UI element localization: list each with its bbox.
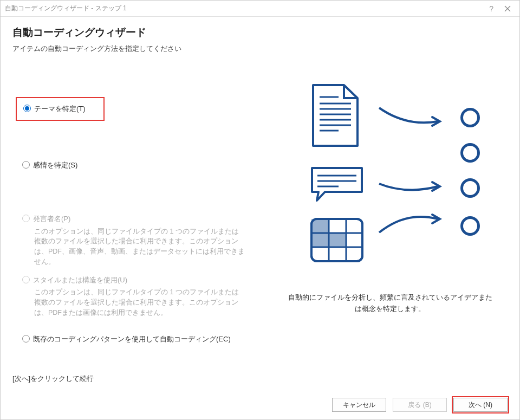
radio-icon [22, 215, 30, 222]
help-icon[interactable]: ? [489, 4, 493, 13]
button-bar: キャンセル 戻る (B) 次へ (N) [1, 392, 519, 419]
close-icon[interactable] [504, 5, 511, 12]
radio-label: スタイルまたは構造を使用(U) [33, 275, 127, 286]
wizard-window: 自動コーディングウィザード - ステップ 1 ? 自動コーディングウィザード ア… [0, 0, 520, 420]
circle-icon [460, 216, 480, 236]
cancel-button[interactable]: キャンセル [332, 398, 386, 412]
arrow-icon [374, 167, 444, 200]
radio-label: 感情を特定(S) [33, 160, 77, 171]
speech-bubble-icon [309, 165, 366, 207]
radio-option-style: スタイルまたは構造を使用(U) [22, 275, 256, 286]
radio-description-style: このオプションは、同じファイルタイプの 1 つのファイルまたは複数のファイルを選… [34, 287, 245, 318]
radio-icon [22, 276, 30, 283]
radio-option-sentiment[interactable]: 感情を特定(S) [22, 160, 256, 171]
circle-icon [460, 178, 480, 198]
radio-option-theme[interactable]: テーマを特定(T) [16, 97, 105, 121]
titlebar: 自動コーディングウィザード - ステップ 1 ? [1, 1, 519, 17]
circle-icon [460, 143, 480, 163]
page-subtitle: アイテムの自動コーディング方法を指定してください [1, 44, 519, 59]
options-panel: テーマを特定(T) 感情を特定(S) 発言者名(P) このオプションは、同じファ… [12, 64, 256, 374]
radio-option-speaker: 発言者名(P) [22, 214, 256, 224]
arrow-icon [374, 100, 444, 132]
svg-rect-14 [311, 233, 329, 247]
illustration-caption: 自動的にファイルを分析し、頻繁に言及されているアイデアまたは概念を特定します。 [287, 292, 493, 315]
back-button: 戻る (B) [393, 398, 447, 412]
radio-label: 既存のコーディングパターンを使用して自動コーディング(EC) [33, 334, 231, 345]
window-title: 自動コーディングウィザード - ステップ 1 [5, 4, 489, 13]
document-icon [309, 81, 363, 153]
footer-hint: [次へ]をクリックして続行 [1, 374, 519, 392]
header: 自動コーディングウィザード [1, 17, 519, 44]
radio-icon [23, 105, 31, 112]
svg-rect-15 [329, 233, 346, 247]
radio-label: テーマを特定(T) [34, 104, 86, 114]
illustration-panel: 自動的にファイルを分析し、頻繁に言及されているアイデアまたは概念を特定します。 [272, 64, 508, 374]
radio-icon [22, 161, 30, 169]
grid-icon [309, 216, 366, 267]
radio-label: 発言者名(P) [33, 214, 70, 224]
next-button[interactable]: 次へ (N) [453, 398, 508, 412]
radio-description-speaker: このオプションは、同じファイルタイプの 1 つのファイルまたは複数のファイルを選… [34, 227, 245, 267]
arrow-icon [374, 205, 444, 238]
circle-icon [460, 108, 480, 127]
illustration [287, 81, 493, 276]
radio-option-existing[interactable]: 既存のコーディングパターンを使用して自動コーディング(EC) [22, 334, 256, 345]
radio-icon [22, 335, 30, 343]
page-title: 自動コーディングウィザード [12, 25, 508, 40]
